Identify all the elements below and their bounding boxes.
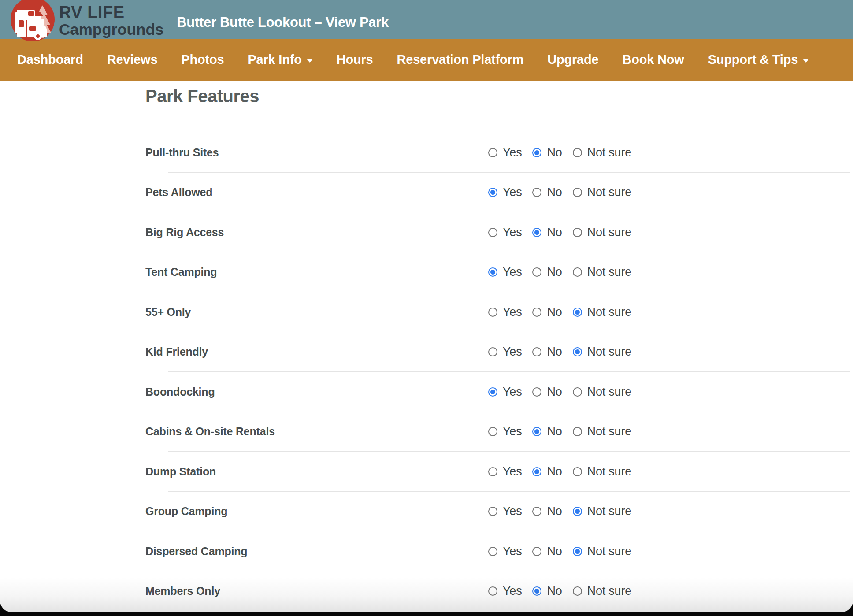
radio-option-not-sure-boondocking[interactable]: Not sure <box>573 385 631 399</box>
radio-unselected-icon[interactable] <box>488 427 497 436</box>
radio-option-no-boondocking[interactable]: No <box>532 385 562 399</box>
radio-unselected-icon[interactable] <box>488 347 497 356</box>
radio-unselected-icon[interactable] <box>573 228 582 237</box>
radio-option-not-sure-tent-camping[interactable]: Not sure <box>573 265 631 279</box>
radio-group-members-only: YesNoNot sure <box>488 584 631 598</box>
nav-link-dashboard[interactable]: Dashboard <box>5 52 95 67</box>
radio-option-yes-55-only[interactable]: Yes <box>488 305 522 319</box>
radio-selected-icon[interactable] <box>573 547 582 556</box>
radio-option-yes-cabins-on-site-rentals[interactable]: Yes <box>488 425 522 438</box>
radio-unselected-icon[interactable] <box>488 547 497 556</box>
radio-unselected-icon[interactable] <box>488 467 497 476</box>
caret-down-icon <box>307 59 313 63</box>
radio-option-yes-group-camping[interactable]: Yes <box>488 505 522 518</box>
feature-label-kid-friendly: Kid Friendly <box>145 345 488 358</box>
radio-option-no-big-rig-access[interactable]: No <box>532 226 562 239</box>
radio-option-yes-dump-station[interactable]: Yes <box>488 465 522 479</box>
nav-link-label: Book Now <box>622 52 684 67</box>
radio-unselected-icon[interactable] <box>573 427 582 436</box>
radio-option-text: No <box>547 305 562 319</box>
radio-unselected-icon[interactable] <box>573 188 582 197</box>
radio-selected-icon[interactable] <box>488 267 497 277</box>
radio-selected-icon[interactable] <box>532 228 541 237</box>
radio-unselected-icon[interactable] <box>573 267 582 277</box>
radio-unselected-icon[interactable] <box>532 507 541 516</box>
nav-list: DashboardReviewsPhotosPark InfoHoursRese… <box>5 52 821 67</box>
rv-logo-graphic <box>11 0 55 41</box>
radio-option-no-dump-station[interactable]: No <box>532 465 562 479</box>
radio-option-not-sure-pull-thru-sites[interactable]: Not sure <box>573 146 631 160</box>
radio-option-yes-pull-thru-sites[interactable]: Yes <box>488 146 522 160</box>
radio-option-yes-big-rig-access[interactable]: Yes <box>488 226 522 239</box>
radio-selected-icon[interactable] <box>573 507 582 516</box>
radio-selected-icon[interactable] <box>573 308 582 317</box>
radio-unselected-icon[interactable] <box>532 347 541 356</box>
radio-option-not-sure-55-only[interactable]: Not sure <box>573 305 631 319</box>
nav-link-label: Support & Tips <box>708 52 798 67</box>
page-card: RV LIFE Campgrounds Butter Butte Lookout… <box>0 0 853 612</box>
radio-unselected-icon[interactable] <box>573 148 582 157</box>
radio-unselected-icon[interactable] <box>532 267 541 277</box>
radio-selected-icon[interactable] <box>488 387 497 397</box>
radio-unselected-icon[interactable] <box>488 148 497 157</box>
radio-option-no-dispersed-camping[interactable]: No <box>532 545 562 558</box>
radio-unselected-icon[interactable] <box>573 387 582 397</box>
radio-unselected-icon[interactable] <box>573 467 582 476</box>
radio-option-no-group-camping[interactable]: No <box>532 505 562 518</box>
radio-unselected-icon[interactable] <box>488 228 497 237</box>
radio-option-no-cabins-on-site-rentals[interactable]: No <box>532 425 562 438</box>
nav-link-reviews[interactable]: Reviews <box>95 52 170 67</box>
nav-link-reservation-platform[interactable]: Reservation Platform <box>385 52 536 67</box>
radio-option-no-pull-thru-sites[interactable]: No <box>532 146 562 160</box>
radio-option-not-sure-dispersed-camping[interactable]: Not sure <box>573 545 631 558</box>
nav-link-upgrade[interactable]: Upgrade <box>535 52 610 67</box>
radio-option-not-sure-kid-friendly[interactable]: Not sure <box>573 345 631 359</box>
radio-unselected-icon[interactable] <box>532 188 541 197</box>
radio-option-yes-members-only[interactable]: Yes <box>488 584 522 598</box>
radio-option-no-55-only[interactable]: No <box>532 305 562 319</box>
radio-selected-icon[interactable] <box>532 427 541 436</box>
radio-option-no-members-only[interactable]: No <box>532 584 562 598</box>
nav-link-park-info[interactable]: Park Info <box>236 52 324 67</box>
nav-link-hours[interactable]: Hours <box>325 52 385 67</box>
radio-unselected-icon[interactable] <box>488 507 497 516</box>
main-nav: DashboardReviewsPhotosPark InfoHoursRese… <box>0 39 853 81</box>
nav-link-photos[interactable]: Photos <box>169 52 236 67</box>
radio-selected-icon[interactable] <box>488 188 497 197</box>
radio-unselected-icon[interactable] <box>488 308 497 317</box>
radio-option-text: Yes <box>503 226 522 239</box>
radio-selected-icon[interactable] <box>573 347 582 356</box>
radio-option-no-pets-allowed[interactable]: No <box>532 186 562 199</box>
radio-option-yes-boondocking[interactable]: Yes <box>488 385 522 399</box>
radio-unselected-icon[interactable] <box>532 387 541 397</box>
radio-option-yes-pets-allowed[interactable]: Yes <box>488 186 522 199</box>
nav-link-label: Reviews <box>107 52 158 67</box>
radio-option-yes-kid-friendly[interactable]: Yes <box>488 345 522 359</box>
nav-link-book-now[interactable]: Book Now <box>610 52 696 67</box>
radio-option-no-tent-camping[interactable]: No <box>532 265 562 279</box>
feature-label-cabins-on-site-rentals: Cabins & On-site Rentals <box>145 425 488 438</box>
radio-unselected-icon[interactable] <box>488 586 497 596</box>
radio-option-yes-dispersed-camping[interactable]: Yes <box>488 545 522 558</box>
radio-option-text: No <box>547 505 562 518</box>
rv-life-logo-icon[interactable] <box>11 0 55 41</box>
radio-selected-icon[interactable] <box>532 586 541 596</box>
radio-selected-icon[interactable] <box>532 467 541 476</box>
nav-link-label: Photos <box>181 52 224 67</box>
radio-option-not-sure-cabins-on-site-rentals[interactable]: Not sure <box>573 425 631 438</box>
radio-selected-icon[interactable] <box>532 148 541 157</box>
radio-option-no-kid-friendly[interactable]: No <box>532 345 562 359</box>
radio-option-not-sure-members-only[interactable]: Not sure <box>573 584 631 598</box>
feature-row-dump-station: Dump StationYesNoNot sure <box>145 452 850 492</box>
radio-group-boondocking: YesNoNot sure <box>488 385 631 399</box>
radio-unselected-icon[interactable] <box>573 586 582 596</box>
radio-unselected-icon[interactable] <box>532 308 541 317</box>
radio-option-not-sure-group-camping[interactable]: Not sure <box>573 505 631 518</box>
radio-option-yes-tent-camping[interactable]: Yes <box>488 265 522 279</box>
radio-option-not-sure-big-rig-access[interactable]: Not sure <box>573 226 631 239</box>
radio-option-not-sure-dump-station[interactable]: Not sure <box>573 465 631 479</box>
radio-unselected-icon[interactable] <box>532 547 541 556</box>
feature-row-group-camping: Group CampingYesNoNot sure <box>145 492 850 532</box>
nav-link-support-tips[interactable]: Support & Tips <box>696 52 821 67</box>
radio-option-not-sure-pets-allowed[interactable]: Not sure <box>573 186 631 199</box>
